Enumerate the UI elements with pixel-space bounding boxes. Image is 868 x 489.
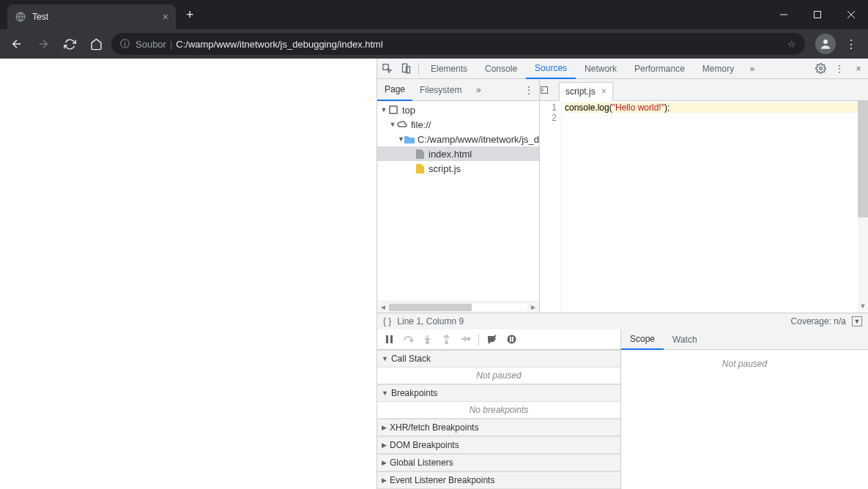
editor-vscroll[interactable]: ▼ [858,101,868,313]
code-line[interactable]: console.log("Hello world!"); [565,102,865,113]
section-global-listeners[interactable]: ▶Global Listeners [377,454,620,471]
section-title: Call Stack [391,354,431,364]
tree-folder[interactable]: ▼C:/wamp/www/itnetwork/js_de [377,132,539,146]
section-dom-breakpoints[interactable]: ▶DOM Breakpoints [377,436,620,454]
step-over-button[interactable] [399,331,417,348]
profile-button[interactable] [815,34,836,54]
js-file-icon [414,164,426,173]
tab-watch[interactable]: Watch [664,329,706,350]
tab-console[interactable]: Console [476,59,526,79]
step-button[interactable] [456,331,474,348]
globe-icon [15,11,26,23]
site-info-icon[interactable]: ⓘ [120,37,130,51]
frame-icon [387,105,399,114]
tree-origin[interactable]: ▼file:// [377,117,539,132]
home-button[interactable] [85,33,107,55]
scope-body: Not paused [621,350,868,489]
minimize-button[interactable] [767,0,801,29]
scope-pane: Scope Watch Not paused [621,329,868,489]
nav-tab-filesystem[interactable]: Filesystem [412,79,469,101]
section-title: Breakpoints [391,388,437,398]
step-into-button[interactable] [418,331,436,348]
scroll-left-icon[interactable]: ◄ [377,303,389,311]
back-button[interactable] [6,33,28,55]
tree-top[interactable]: ▼top [377,102,539,117]
divider [418,63,419,75]
inspect-element-icon[interactable] [377,59,396,79]
nav-menu-icon[interactable]: ⋮ [519,85,539,95]
svg-point-5 [823,40,828,44]
tab-memory[interactable]: Memory [694,59,743,79]
file-tree: ▼top ▼file:// ▼C:/wamp/www/itnetwork/js_… [377,101,539,301]
tree-file-script[interactable]: script.js [377,161,539,176]
bookmark-icon[interactable]: ☆ [787,39,796,50]
more-tabs-icon[interactable]: » [743,59,762,79]
tab-title: Test [32,12,48,22]
forward-button[interactable] [32,33,54,55]
pause-button[interactable] [380,331,398,348]
pause-exceptions-button[interactable] [502,331,520,348]
device-toolbar-icon[interactable] [396,59,415,79]
svg-rect-13 [390,335,393,343]
browser-tab[interactable]: Test × [7,4,176,29]
close-tab-icon[interactable]: × [163,11,168,23]
step-out-button[interactable] [437,331,455,348]
scroll-thumb[interactable] [858,101,868,217]
tab-elements[interactable]: Elements [422,59,476,79]
editor-nav-icon[interactable] [540,86,559,94]
nav-tab-page[interactable]: Page [377,79,412,101]
scroll-right-icon[interactable]: ► [527,303,539,311]
tree-file-index[interactable]: index.html [377,146,539,161]
section-event-listener-bp[interactable]: ▶Event Listener Breakpoints [377,471,620,489]
nav-more-tabs-icon[interactable]: » [469,80,488,100]
settings-icon[interactable] [811,59,830,79]
code-area[interactable]: 1 2 console.log("Hello world!"); [540,101,868,313]
svg-point-14 [410,340,412,342]
divider [478,334,479,346]
close-devtools-icon[interactable]: × [849,59,868,79]
maximize-button[interactable] [801,0,834,29]
debugger-row: ▼Call Stack Not paused ▼Breakpoints No b… [377,329,868,489]
pretty-print-icon[interactable]: { } [383,316,391,326]
scroll-down-icon[interactable]: ▼ [858,302,868,313]
new-tab-button[interactable]: + [186,7,194,23]
tree-label: file:// [411,119,431,130]
reload-button[interactable] [59,33,81,55]
tab-scope[interactable]: Scope [621,329,664,350]
code-line[interactable] [565,113,567,123]
editor-tab-scriptjs[interactable]: script.js× [559,82,613,101]
section-call-stack[interactable]: ▼Call Stack [377,350,620,367]
section-title: DOM Breakpoints [390,440,459,450]
svg-rect-2 [815,12,821,18]
show-drawer-icon[interactable]: ▼ [852,316,862,326]
code-lines[interactable]: console.log("Hello world!"); [562,101,868,313]
svg-point-19 [507,335,516,344]
tree-label: top [402,105,415,116]
page-viewport[interactable] [0,59,376,489]
svg-rect-20 [510,337,511,342]
devtools-panel: Elements Console Sources Network Perform… [376,59,868,489]
url-bar[interactable]: ⓘ Soubor | C:/wamp/www/itnetwork/js_debu… [111,33,805,55]
section-xhr-breakpoints[interactable]: ▶XHR/fetch Breakpoints [377,419,620,436]
line-gutter: 1 2 [540,101,562,313]
scroll-thumb[interactable] [389,304,472,311]
deactivate-breakpoints-button[interactable] [483,331,501,348]
navigator-tabbar: Page Filesystem » ⋮ [377,79,539,101]
close-window-button[interactable] [834,0,868,29]
devtools-menu-icon[interactable]: ⋮ [830,59,849,79]
section-breakpoints[interactable]: ▼Breakpoints [377,384,620,402]
browser-menu-button[interactable]: ⋮ [840,33,862,55]
scroll-track[interactable] [389,304,527,311]
line-number: 2 [540,113,557,123]
tab-network[interactable]: Network [576,59,626,79]
tab-performance[interactable]: Performance [626,59,694,79]
debugger-pane: ▼Call Stack Not paused ▼Breakpoints No b… [377,329,621,489]
tab-sources[interactable]: Sources [526,59,576,79]
breakpoints-body: No breakpoints [377,402,620,419]
url-path: C:/wamp/www/itnetwork/js_debugging/index… [176,39,383,50]
devtools-tabbar: Elements Console Sources Network Perform… [377,59,868,79]
navigator-hscroll[interactable]: ◄ ► [377,301,539,313]
svg-rect-21 [512,337,513,342]
debugger-toolbar [377,329,620,350]
close-editor-tab-icon[interactable]: × [601,86,607,97]
